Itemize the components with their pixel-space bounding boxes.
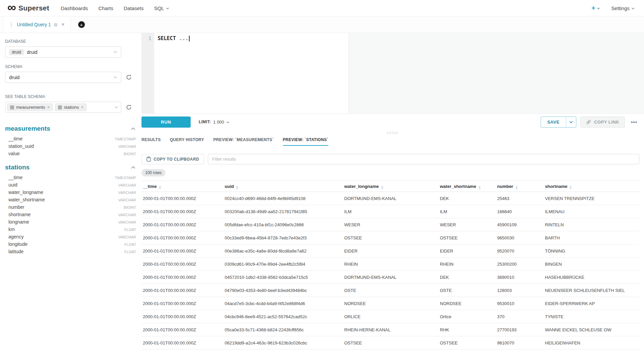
tab-results[interactable]: RESULTS <box>141 137 161 146</box>
tab-preview-stations[interactable]: PREVIEW: `STATIONS` <box>283 137 328 146</box>
schema-table-header[interactable]: stations <box>5 164 136 171</box>
table-chip-label: stations <box>64 105 79 110</box>
table-cell: EIDER <box>343 249 439 254</box>
sql-lab-sidebar: DATABASE druid druid SCHEMA druid <box>0 33 141 364</box>
table-cell: NORDSEE <box>439 301 496 306</box>
nav-item-sql[interactable]: SQL <box>154 5 169 11</box>
table-cell: 00c33ed9-6bea-45b4-8728-7edc7e43e2f3 <box>223 235 343 240</box>
column-name: latitude <box>8 249 24 254</box>
save-button[interactable]: SAVE <box>541 117 566 128</box>
column-header-label: shortname <box>545 184 567 189</box>
query-state-dot <box>54 23 58 27</box>
superset-brand[interactable]: ∞ Superset <box>7 4 49 12</box>
results-body: 2000-01-01T00:00:00.000Z0024cc40-d690-46… <box>141 192 639 350</box>
table-cell: ORLICE <box>343 314 439 319</box>
schema-label: SCHEMA <box>5 64 136 69</box>
plus-icon: + <box>80 22 83 27</box>
refresh-tables-button[interactable] <box>125 104 132 111</box>
table-row: 2000-01-01T00:00:00.000Z0309cd61-90c9-47… <box>141 258 639 271</box>
close-tab-icon[interactable]: × <box>61 22 65 28</box>
column-row: uuidVARCHAR <box>5 182 136 190</box>
table-name: measurements <box>5 125 50 132</box>
chevron-down-icon <box>115 106 118 108</box>
sort-icon[interactable] <box>570 183 572 189</box>
table-cell: 3690010 <box>496 275 544 280</box>
column-row: water_shortnameVARCHAR <box>5 197 136 204</box>
south-panel: RESULTSQUERY HISTORYPREVIEW: `MEASUREMEN… <box>141 135 644 364</box>
query-tab[interactable]: ⋮ Untitled Query 1 × <box>3 16 71 33</box>
copy-to-clipboard-button[interactable]: COPY TO CLIPBOARD <box>141 154 204 164</box>
drag-handle-icon[interactable]: ⋮ <box>9 22 14 28</box>
column-header-number[interactable]: number <box>496 183 544 189</box>
sort-icon[interactable] <box>236 183 238 189</box>
chevron-up-icon[interactable] <box>130 165 136 170</box>
settings-menu[interactable]: Settings <box>611 5 635 11</box>
new-item-button[interactable]: + <box>591 5 600 11</box>
column-header-water-shortname[interactable]: water_shortname <box>439 183 496 189</box>
table-cell: 2000-01-01T00:00:00.000Z <box>141 222 223 227</box>
table-cell: 003200ab-d138-49d9-aa52-217817941f85 <box>223 209 343 214</box>
results-actions: COPY TO CLIPBOARD <box>141 154 639 164</box>
table-cell: 005dfdae-efcc-410a-bf1c-24096e0c2866 <box>223 222 343 227</box>
table-chip-measurements[interactable]: measurements× <box>7 103 53 111</box>
column-type: VARCHAR <box>118 198 136 202</box>
tab-query-history[interactable]: QUERY HISTORY <box>170 137 204 146</box>
table-cell: 2000-01-01T00:00:00.000Z <box>141 209 223 214</box>
sort-icon[interactable] <box>159 183 161 189</box>
column-row: water_longnameVARCHAR <box>5 190 136 197</box>
add-tab-button[interactable]: + <box>78 21 85 28</box>
sort-icon[interactable] <box>479 183 481 189</box>
remove-table-icon[interactable]: × <box>47 105 50 110</box>
nav-item-dashboards[interactable]: Dashboards <box>61 5 88 11</box>
column-header-uuid[interactable]: uuid <box>223 183 343 189</box>
limit-label: LIMIT: <box>199 120 211 124</box>
column-type: VARCHAR <box>118 183 136 187</box>
nav-item-datasets[interactable]: Datasets <box>124 5 143 11</box>
database-select[interactable]: druid druid <box>5 46 121 58</box>
run-button[interactable]: RUN <box>141 117 191 128</box>
table-cell: 05ca0e33-5c71-4368-b824-2243fcff656c <box>223 327 343 332</box>
nav-item-label: Charts <box>98 5 113 11</box>
table-chip-label: measurements <box>16 105 45 110</box>
schema-select[interactable]: druid <box>5 72 121 83</box>
column-name: shortname <box>8 212 31 217</box>
column-name: km <box>8 227 15 232</box>
table-select[interactable]: measurements×stations× <box>5 102 121 113</box>
column-type: VARCHAR <box>118 220 136 224</box>
refresh-schemas-button[interactable] <box>125 74 132 81</box>
text-cursor <box>189 36 190 41</box>
filter-results-input[interactable] <box>208 154 639 164</box>
nav-item-charts[interactable]: Charts <box>98 5 113 11</box>
table-chip-stations[interactable]: stations× <box>55 103 87 111</box>
column-header-time[interactable]: __time <box>141 183 223 189</box>
column-header-water-longname[interactable]: water_longname <box>343 183 439 189</box>
table-icon <box>58 105 62 109</box>
tab-preview-measurements[interactable]: PREVIEW: `MEASUREMENTS` <box>213 137 273 146</box>
table-cell: OSTSEE <box>439 235 496 240</box>
table-cell: 2000-01-01T00:00:00.000Z <box>141 288 223 293</box>
save-dropdown-button[interactable] <box>566 117 576 128</box>
table-cell: WESER <box>439 222 496 227</box>
more-options-icon[interactable]: ••• <box>629 118 639 126</box>
table-cell: 2000-01-01T00:00:00.000Z <box>141 262 223 267</box>
table-chips: measurements×stations× <box>7 103 87 111</box>
column-row: __timeTIMESTAMP <box>5 175 136 182</box>
sql-editor[interactable]: SELECT... <box>154 33 644 113</box>
table-cell: RINTELN <box>544 222 639 227</box>
editor-gutter: 1 <box>141 33 154 113</box>
limit-dropdown[interactable]: LIMIT: 1 000 <box>199 120 229 125</box>
column-name: value <box>8 151 20 156</box>
copy-link-button[interactable]: COPY LINK <box>580 117 625 128</box>
results-header: __timeuuidwater_longnamewater_shortnamen… <box>141 180 639 192</box>
schema-table-measurements: measurements__timeTIMESTAMPstation_uuidV… <box>5 125 136 158</box>
column-header-shortname[interactable]: shortname <box>544 183 639 189</box>
sort-icon[interactable] <box>516 183 518 189</box>
chevron-up-icon[interactable] <box>130 127 136 131</box>
table-icon <box>10 105 14 109</box>
sort-icon[interactable] <box>381 183 383 189</box>
column-row: kmFLOAT <box>5 227 136 234</box>
schema-table-header[interactable]: measurements <box>5 125 136 132</box>
panel-resize-handle[interactable] <box>141 130 644 135</box>
remove-table-icon[interactable]: × <box>81 105 84 110</box>
column-header-label: uuid <box>225 184 234 189</box>
